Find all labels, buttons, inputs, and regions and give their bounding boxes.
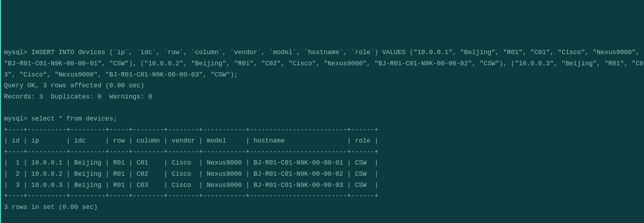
- mysql-prompt: mysql>: [4, 115, 27, 122]
- table-header-row: | id | ip | idc | row | column | vendor …: [4, 137, 378, 144]
- select-statement-line: mysql> select * from devices;: [4, 115, 117, 122]
- records-line: Records: 3 Duplicates: 0 Warnings: 0: [4, 93, 152, 100]
- rows-in-set-line: 3 rows in set (0.00 sec): [4, 204, 97, 211]
- query-ok-line: Query OK, 3 rows affected (0.00 sec): [4, 82, 144, 89]
- select-command: select * from devices;: [31, 115, 117, 122]
- terminal-output[interactable]: mysql> INSERT INTO devices (`ip`, `idc`,…: [4, 47, 644, 213]
- table-border-mid: +----+----------+---------+-----+-------…: [4, 148, 378, 156]
- table-row: | 3 | 10.0.0.3 | Beijing | R01 | C03 | C…: [4, 182, 378, 189]
- table-border-top: +----+----------+---------+-----+-------…: [4, 126, 378, 134]
- mysql-prompt: mysql>: [4, 49, 27, 56]
- table-row: | 2 | 10.0.0.2 | Beijing | R01 | C02 | C…: [4, 170, 378, 178]
- table-border-bottom: +----+----------+---------+-----+-------…: [4, 192, 378, 200]
- insert-command: INSERT INTO devices (`ip`, `idc`, `row`,…: [4, 49, 644, 78]
- table-row: | 1 | 10.0.0.1 | Beijing | R01 | C01 | C…: [4, 159, 378, 166]
- insert-statement-line: mysql> INSERT INTO devices (`ip`, `idc`,…: [4, 49, 644, 78]
